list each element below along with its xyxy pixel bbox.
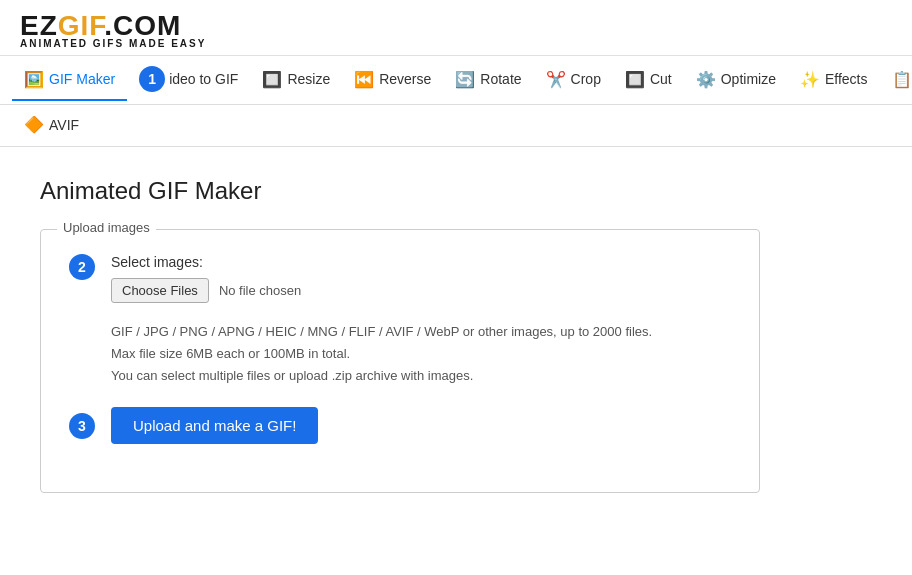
nav-cut[interactable]: 🔲 Cut	[613, 60, 684, 101]
nav-avif-label: AVIF	[49, 117, 79, 133]
logo-ez: EZ	[20, 10, 58, 41]
logo-gif: GIF	[58, 10, 105, 41]
step2-content: Select images: Choose Files No file chos…	[111, 254, 731, 387]
file-info-line1: GIF / JPG / PNG / APNG / HEIC / MNG / FL…	[111, 321, 731, 343]
step1-badge: 1	[139, 66, 165, 92]
resize-icon: 🔲	[262, 70, 282, 89]
nav-crop[interactable]: ✂️ Crop	[534, 60, 613, 101]
logo-com: .COM	[104, 10, 181, 41]
effects-icon: ✨	[800, 70, 820, 89]
nav-avif[interactable]: 🔶 AVIF	[12, 105, 91, 146]
main-content: Animated GIF Maker Upload images 2 Selec…	[0, 147, 912, 523]
rotate-icon: 🔄	[455, 70, 475, 89]
step3-row: 3 Upload and make a GIF!	[69, 407, 731, 444]
nav-video-step[interactable]: 1 ideo to GIF	[127, 56, 250, 104]
nav-video-label: ideo to GIF	[169, 71, 238, 87]
page-title: Animated GIF Maker	[40, 177, 872, 205]
step2-badge: 2	[69, 254, 95, 280]
file-info-line2: Max file size 6MB each or 100MB in total…	[111, 343, 731, 365]
nav-resize-label: Resize	[287, 71, 330, 87]
avif-icon: 🔶	[24, 115, 44, 134]
upload-box: Upload images 2 Select images: Choose Fi…	[40, 229, 760, 493]
gif-maker-icon: 🖼️	[24, 70, 44, 89]
step2-row: 2 Select images: Choose Files No file ch…	[69, 254, 731, 387]
logo-subtitle: ANIMATED GIFS MADE EASY	[20, 38, 892, 49]
nav-reverse[interactable]: ⏮️ Reverse	[342, 60, 443, 101]
crop-icon: ✂️	[546, 70, 566, 89]
nav-rotate[interactable]: 🔄 Rotate	[443, 60, 533, 101]
file-info: GIF / JPG / PNG / APNG / HEIC / MNG / FL…	[111, 321, 731, 387]
header: EZGIF.COM ANIMATED GIFS MADE EASY	[0, 0, 912, 56]
nav-reverse-label: Reverse	[379, 71, 431, 87]
split-icon: 📋	[892, 70, 912, 89]
select-images-label: Select images:	[111, 254, 731, 270]
cut-icon: 🔲	[625, 70, 645, 89]
step3-content: Upload and make a GIF!	[111, 407, 731, 444]
nav-optimize-label: Optimize	[721, 71, 776, 87]
main-navbar: 🖼️ GIF Maker 1 ideo to GIF 🔲 Resize ⏮️ R…	[0, 56, 912, 105]
file-input-row: Choose Files No file chosen	[111, 278, 731, 303]
upload-gif-button[interactable]: Upload and make a GIF!	[111, 407, 318, 444]
nav-gif-maker[interactable]: 🖼️ GIF Maker	[12, 60, 127, 101]
nav-crop-label: Crop	[571, 71, 601, 87]
step3-badge: 3	[69, 413, 95, 439]
choose-files-button[interactable]: Choose Files	[111, 278, 209, 303]
upload-legend: Upload images	[57, 220, 156, 235]
secondary-navbar: 🔶 AVIF	[0, 105, 912, 147]
nav-cut-label: Cut	[650, 71, 672, 87]
nav-effects[interactable]: ✨ Effects	[788, 60, 880, 101]
nav-split[interactable]: 📋 Split	[880, 60, 912, 101]
file-info-line3: You can select multiple files or upload …	[111, 365, 731, 387]
optimize-icon: ⚙️	[696, 70, 716, 89]
reverse-icon: ⏮️	[354, 70, 374, 89]
no-file-label: No file chosen	[219, 283, 301, 298]
nav-optimize[interactable]: ⚙️ Optimize	[684, 60, 788, 101]
nav-rotate-label: Rotate	[480, 71, 521, 87]
nav-gif-maker-label: GIF Maker	[49, 71, 115, 87]
nav-effects-label: Effects	[825, 71, 868, 87]
nav-resize[interactable]: 🔲 Resize	[250, 60, 342, 101]
